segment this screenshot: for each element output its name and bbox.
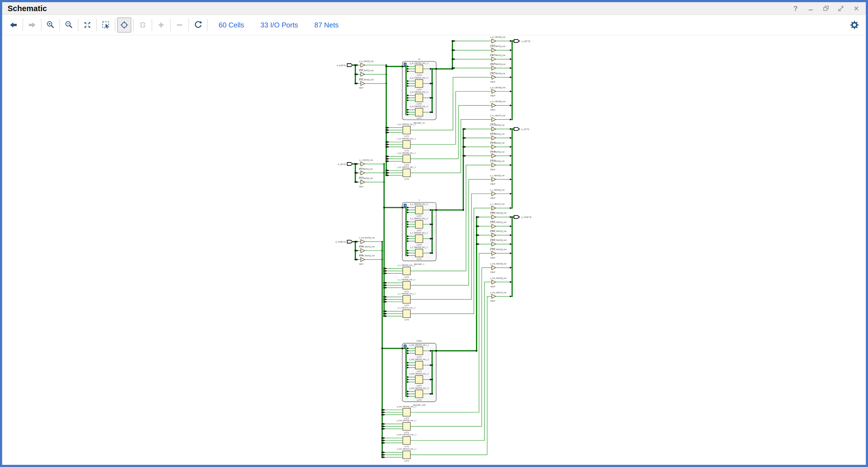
ibuf-cell[interactable]: [361, 249, 365, 253]
net-junction: [383, 311, 384, 312]
cell-label: LUT3: [404, 445, 409, 447]
obuf-cell[interactable]: [492, 233, 496, 237]
lut3-cell[interactable]: [403, 141, 410, 148]
net-arrow: [388, 132, 389, 134]
obuf-cell[interactable]: [492, 266, 496, 270]
lut3-cell[interactable]: [415, 80, 423, 87]
port-symbol[interactable]: [347, 63, 352, 66]
net-arrow: [385, 310, 387, 312]
close-button[interactable]: [852, 4, 860, 12]
window-title: Schematic: [8, 4, 47, 13]
zoom-in-button[interactable]: [43, 18, 58, 33]
net-junction: [381, 452, 383, 453]
ibuf-cell[interactable]: [361, 240, 365, 244]
obuf-cell[interactable]: [492, 177, 496, 181]
obuf-cell[interactable]: [492, 104, 496, 108]
lut3-cell[interactable]: [415, 206, 423, 214]
schematic-canvas[interactable]: a_sv[2:0]a_sv_IBUF[0]_instIBUFa_sv_IBUF[…: [2, 35, 866, 465]
lut3-cell[interactable]: [403, 451, 410, 459]
ibuf-cell[interactable]: [361, 82, 365, 86]
lut3-cell[interactable]: [415, 249, 423, 257]
lut3-cell[interactable]: [415, 65, 423, 73]
obuf-cell[interactable]: [492, 136, 496, 140]
port-symbol[interactable]: [514, 39, 520, 42]
help-button[interactable]: ?: [792, 4, 800, 12]
obuf-cell[interactable]: [492, 127, 496, 131]
lut3-cell[interactable]: [415, 108, 423, 116]
obuf-cell[interactable]: [492, 242, 496, 246]
lut3-cell[interactable]: [415, 376, 423, 383]
lut3-cell[interactable]: [415, 390, 423, 398]
net-arrow: [356, 83, 358, 84]
cells-count-link[interactable]: 60 Cells: [219, 21, 244, 29]
float-button[interactable]: [822, 4, 830, 12]
lut3-cell[interactable]: [403, 267, 410, 275]
lut3-cell[interactable]: [415, 94, 423, 102]
autofit-selection-button[interactable]: [117, 18, 131, 33]
obuf-cell[interactable]: [492, 224, 496, 228]
cell-label: LUT3: [416, 385, 421, 387]
lut3-cell[interactable]: [415, 235, 423, 243]
schematic-svg[interactable]: a_sv[2:0]a_sv_IBUF[0]_instIBUFa_sv_IBUF[…: [2, 35, 866, 465]
obuf-cell[interactable]: [492, 192, 496, 196]
maximize-button[interactable]: [837, 4, 845, 12]
lut3-cell[interactable]: [403, 422, 410, 430]
ibuf-cell[interactable]: [361, 171, 365, 175]
ibuf-cell[interactable]: [361, 257, 365, 261]
cell-label: LUT3: [404, 150, 409, 151]
lut3-cell[interactable]: [403, 437, 410, 444]
lut3-cell[interactable]: [415, 347, 423, 355]
obuf-cell[interactable]: [492, 118, 496, 122]
lut3-cell[interactable]: [403, 126, 410, 134]
cell-label: y_v_OBUF[2]_inst: [490, 142, 504, 144]
settings-button[interactable]: [847, 18, 862, 33]
obuf-cell[interactable]: [492, 206, 496, 210]
obuf-cell[interactable]: [492, 75, 496, 79]
zoom-fit-button[interactable]: [80, 18, 94, 33]
cell-label: y_vhd_OBUF[3]_inst_i_1: [409, 387, 429, 389]
obuf-cell[interactable]: [492, 163, 496, 167]
port-symbol[interactable]: [514, 215, 520, 218]
lut3-cell[interactable]: [403, 281, 410, 289]
zoom-out-button[interactable]: [62, 18, 76, 33]
lut3-cell[interactable]: [403, 408, 410, 416]
back-button[interactable]: [6, 18, 21, 33]
lut3-cell[interactable]: [415, 221, 423, 228]
lut3-cell[interactable]: [403, 169, 410, 177]
io-ports-count-link[interactable]: 33 I/O Ports: [260, 21, 298, 29]
net-arrow: [356, 73, 358, 75]
regenerate-button[interactable]: [191, 18, 205, 33]
obuf-cell[interactable]: [492, 145, 496, 149]
net-arrow: [383, 409, 385, 411]
obuf-cell[interactable]: [492, 89, 496, 93]
obuf-cell[interactable]: [492, 280, 496, 284]
ibuf-cell[interactable]: [361, 180, 365, 184]
lut3-cell[interactable]: [403, 295, 410, 303]
minimize-button[interactable]: [807, 4, 815, 12]
obuf-cell[interactable]: [492, 66, 496, 70]
obuf-cell[interactable]: [492, 57, 496, 61]
obuf-cell[interactable]: [492, 251, 496, 255]
ibuf-cell[interactable]: [361, 63, 365, 67]
port-symbol[interactable]: [514, 127, 520, 130]
obuf-cell[interactable]: [492, 48, 496, 52]
obuf-cell[interactable]: [492, 39, 496, 43]
obuf-cell[interactable]: [492, 294, 496, 298]
ibuf-cell[interactable]: [361, 72, 365, 76]
port-symbol[interactable]: [347, 163, 352, 165]
port-symbol[interactable]: [347, 240, 352, 243]
lut3-cell[interactable]: [403, 310, 410, 318]
lut3-cell[interactable]: [403, 155, 410, 163]
lut3-cell[interactable]: [415, 361, 423, 369]
obuf-cell[interactable]: [492, 215, 496, 219]
net-junction: [476, 226, 477, 227]
ibuf-cell[interactable]: [361, 162, 365, 166]
net-junction: [463, 128, 464, 130]
net-junction: [476, 350, 477, 351]
obuf-cell[interactable]: [492, 154, 496, 158]
net-junction: [381, 454, 383, 455]
cell-label: y_vhd_OBUF[0]_inst_i_1: [409, 344, 429, 346]
cell-label: OBUF: [490, 109, 495, 111]
nets-count-link[interactable]: 87 Nets: [314, 21, 339, 29]
zoom-to-selection-button[interactable]: [99, 18, 113, 33]
